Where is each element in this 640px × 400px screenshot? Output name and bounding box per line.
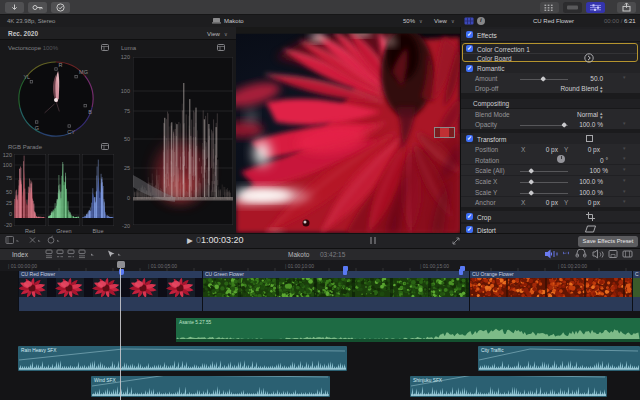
svg-text:CY: CY (67, 129, 75, 135)
svg-text:B: B (88, 109, 92, 115)
svg-text:G: G (35, 125, 39, 131)
svg-text:MG: MG (79, 69, 88, 75)
svg-text:YL: YL (23, 74, 30, 80)
svg-text:R: R (59, 62, 63, 68)
